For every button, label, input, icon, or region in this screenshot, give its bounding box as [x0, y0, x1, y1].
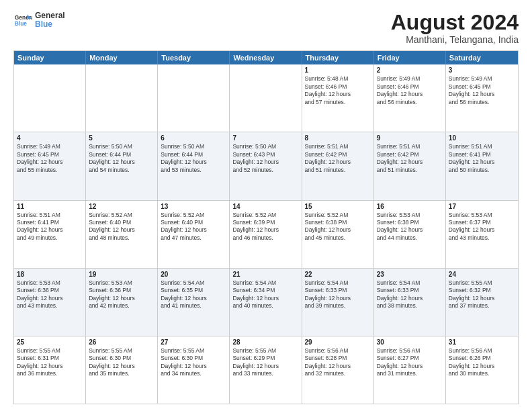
calendar-row-1: 4Sunrise: 5:49 AM Sunset: 6:45 PM Daylig…	[14, 132, 518, 199]
calendar-cell	[230, 64, 302, 132]
calendar-body: 1Sunrise: 5:48 AM Sunset: 6:46 PM Daylig…	[14, 64, 518, 404]
calendar-cell: 30Sunrise: 5:56 AM Sunset: 6:27 PM Dayli…	[374, 336, 446, 404]
day-number: 3	[449, 66, 515, 74]
cell-info: Sunrise: 5:48 AM Sunset: 6:46 PM Dayligh…	[305, 75, 371, 106]
cell-info: Sunrise: 5:53 AM Sunset: 6:37 PM Dayligh…	[449, 212, 515, 242]
weekday-header-monday: Monday	[86, 51, 158, 64]
day-number: 12	[89, 203, 154, 210]
cell-info: Sunrise: 5:55 AM Sunset: 6:30 PM Dayligh…	[161, 347, 226, 378]
calendar-cell: 23Sunrise: 5:54 AM Sunset: 6:33 PM Dayli…	[374, 269, 446, 336]
cell-info: Sunrise: 5:52 AM Sunset: 6:38 PM Dayligh…	[305, 212, 371, 242]
calendar-cell: 11Sunrise: 5:51 AM Sunset: 6:41 PM Dayli…	[14, 201, 86, 268]
day-number: 9	[377, 134, 443, 142]
svg-rect-4	[28, 17, 32, 19]
day-number: 8	[305, 134, 371, 142]
calendar-cell: 19Sunrise: 5:53 AM Sunset: 6:36 PM Dayli…	[86, 269, 158, 336]
day-number: 6	[161, 134, 226, 142]
cell-info: Sunrise: 5:53 AM Sunset: 6:36 PM Dayligh…	[17, 279, 83, 310]
day-number: 5	[89, 134, 154, 142]
day-number: 4	[17, 134, 83, 142]
cell-info: Sunrise: 5:54 AM Sunset: 6:33 PM Dayligh…	[305, 279, 371, 310]
cell-info: Sunrise: 5:49 AM Sunset: 6:45 PM Dayligh…	[449, 75, 515, 106]
day-number: 2	[377, 66, 443, 74]
day-number: 20	[161, 271, 226, 278]
calendar-cell: 28Sunrise: 5:55 AM Sunset: 6:29 PM Dayli…	[230, 336, 302, 404]
weekday-header-friday: Friday	[374, 51, 446, 64]
calendar-row-2: 11Sunrise: 5:51 AM Sunset: 6:41 PM Dayli…	[14, 200, 518, 268]
title-block: August 2024 Manthani, Telangana, India	[391, 11, 519, 45]
day-number: 15	[305, 203, 371, 210]
day-number: 29	[305, 338, 371, 346]
cell-info: Sunrise: 5:53 AM Sunset: 6:38 PM Dayligh…	[377, 212, 443, 242]
day-number: 30	[377, 338, 443, 346]
cell-info: Sunrise: 5:55 AM Sunset: 6:32 PM Dayligh…	[449, 279, 515, 310]
cell-info: Sunrise: 5:51 AM Sunset: 6:42 PM Dayligh…	[305, 143, 371, 174]
cell-info: Sunrise: 5:51 AM Sunset: 6:42 PM Dayligh…	[377, 143, 443, 174]
calendar-cell: 5Sunrise: 5:50 AM Sunset: 6:44 PM Daylig…	[86, 132, 158, 199]
day-number: 31	[449, 338, 515, 346]
calendar-cell: 7Sunrise: 5:50 AM Sunset: 6:43 PM Daylig…	[230, 132, 302, 199]
svg-text:Blue: Blue	[15, 20, 27, 27]
day-number: 19	[89, 271, 154, 278]
day-number: 23	[377, 271, 443, 278]
calendar-cell: 14Sunrise: 5:52 AM Sunset: 6:39 PM Dayli…	[230, 201, 302, 268]
calendar-cell: 9Sunrise: 5:51 AM Sunset: 6:42 PM Daylig…	[374, 132, 446, 199]
calendar-cell: 27Sunrise: 5:55 AM Sunset: 6:30 PM Dayli…	[158, 336, 230, 404]
cell-info: Sunrise: 5:51 AM Sunset: 6:41 PM Dayligh…	[449, 143, 515, 174]
calendar-cell: 13Sunrise: 5:52 AM Sunset: 6:40 PM Dayli…	[158, 201, 230, 268]
header: General Blue General Blue August 2024 Ma…	[13, 11, 519, 45]
calendar-cell: 24Sunrise: 5:55 AM Sunset: 6:32 PM Dayli…	[446, 269, 518, 336]
cell-info: Sunrise: 5:51 AM Sunset: 6:41 PM Dayligh…	[17, 212, 83, 242]
main-title: August 2024	[391, 11, 519, 34]
calendar-cell: 31Sunrise: 5:56 AM Sunset: 6:26 PM Dayli…	[446, 336, 518, 404]
calendar-cell: 29Sunrise: 5:56 AM Sunset: 6:28 PM Dayli…	[302, 336, 374, 404]
cell-info: Sunrise: 5:56 AM Sunset: 6:26 PM Dayligh…	[449, 347, 515, 378]
cell-info: Sunrise: 5:49 AM Sunset: 6:46 PM Dayligh…	[377, 75, 443, 106]
cell-info: Sunrise: 5:55 AM Sunset: 6:30 PM Dayligh…	[89, 347, 154, 378]
day-number: 10	[449, 134, 515, 142]
calendar-cell: 2Sunrise: 5:49 AM Sunset: 6:46 PM Daylig…	[374, 64, 446, 132]
cell-info: Sunrise: 5:52 AM Sunset: 6:39 PM Dayligh…	[232, 212, 298, 242]
cell-info: Sunrise: 5:49 AM Sunset: 6:45 PM Dayligh…	[17, 143, 83, 174]
calendar-cell: 1Sunrise: 5:48 AM Sunset: 6:46 PM Daylig…	[302, 64, 374, 132]
calendar-cell: 18Sunrise: 5:53 AM Sunset: 6:36 PM Dayli…	[14, 269, 86, 336]
calendar-row-4: 25Sunrise: 5:55 AM Sunset: 6:31 PM Dayli…	[14, 336, 518, 404]
calendar: SundayMondayTuesdayWednesdayThursdayFrid…	[13, 50, 519, 404]
cell-info: Sunrise: 5:54 AM Sunset: 6:34 PM Dayligh…	[232, 279, 298, 310]
day-number: 18	[17, 271, 83, 278]
calendar-cell: 22Sunrise: 5:54 AM Sunset: 6:33 PM Dayli…	[302, 269, 374, 336]
calendar-cell: 6Sunrise: 5:50 AM Sunset: 6:44 PM Daylig…	[158, 132, 230, 199]
logo-icon: General Blue	[13, 11, 32, 30]
cell-info: Sunrise: 5:54 AM Sunset: 6:33 PM Dayligh…	[377, 279, 443, 310]
weekday-header-thursday: Thursday	[302, 51, 374, 64]
cell-info: Sunrise: 5:52 AM Sunset: 6:40 PM Dayligh…	[89, 212, 154, 242]
calendar-row-0: 1Sunrise: 5:48 AM Sunset: 6:46 PM Daylig…	[14, 64, 518, 132]
cell-info: Sunrise: 5:55 AM Sunset: 6:29 PM Dayligh…	[232, 347, 298, 378]
calendar-cell	[14, 64, 86, 132]
day-number: 24	[449, 271, 515, 278]
calendar-cell: 3Sunrise: 5:49 AM Sunset: 6:45 PM Daylig…	[446, 64, 518, 132]
day-number: 13	[161, 203, 226, 210]
calendar-cell: 10Sunrise: 5:51 AM Sunset: 6:41 PM Dayli…	[446, 132, 518, 199]
subtitle: Manthani, Telangana, India	[391, 34, 519, 45]
day-number: 1	[305, 66, 371, 74]
cell-info: Sunrise: 5:55 AM Sunset: 6:31 PM Dayligh…	[17, 347, 83, 378]
calendar-cell: 16Sunrise: 5:53 AM Sunset: 6:38 PM Dayli…	[374, 201, 446, 268]
day-number: 26	[89, 338, 154, 346]
calendar-cell	[158, 64, 230, 132]
weekday-header-sunday: Sunday	[14, 51, 86, 64]
day-number: 28	[232, 338, 298, 346]
cell-info: Sunrise: 5:50 AM Sunset: 6:43 PM Dayligh…	[232, 143, 298, 174]
cell-info: Sunrise: 5:54 AM Sunset: 6:35 PM Dayligh…	[161, 279, 226, 310]
cell-info: Sunrise: 5:50 AM Sunset: 6:44 PM Dayligh…	[89, 143, 154, 174]
day-number: 11	[17, 203, 83, 210]
calendar-cell: 15Sunrise: 5:52 AM Sunset: 6:38 PM Dayli…	[302, 201, 374, 268]
day-number: 14	[232, 203, 298, 210]
cell-info: Sunrise: 5:56 AM Sunset: 6:28 PM Dayligh…	[305, 347, 371, 378]
calendar-cell: 8Sunrise: 5:51 AM Sunset: 6:42 PM Daylig…	[302, 132, 374, 199]
calendar-header: SundayMondayTuesdayWednesdayThursdayFrid…	[14, 51, 518, 64]
day-number: 21	[232, 271, 298, 278]
day-number: 27	[161, 338, 226, 346]
page: General Blue General Blue August 2024 Ma…	[0, 0, 532, 411]
day-number: 7	[232, 134, 298, 142]
